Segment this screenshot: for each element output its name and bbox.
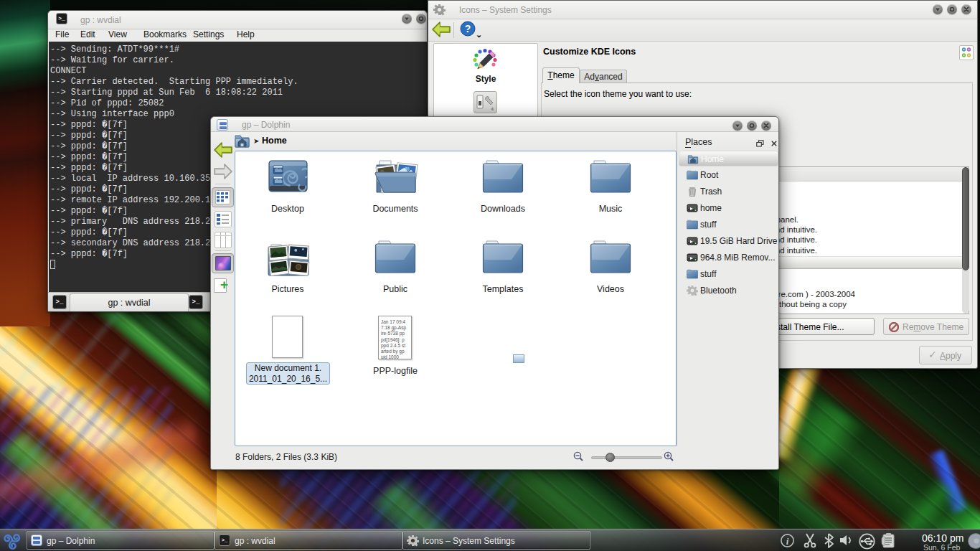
svg-text:i: i xyxy=(786,536,789,547)
svg-text:88: 88 xyxy=(405,166,410,171)
svg-text:?: ? xyxy=(465,23,471,34)
